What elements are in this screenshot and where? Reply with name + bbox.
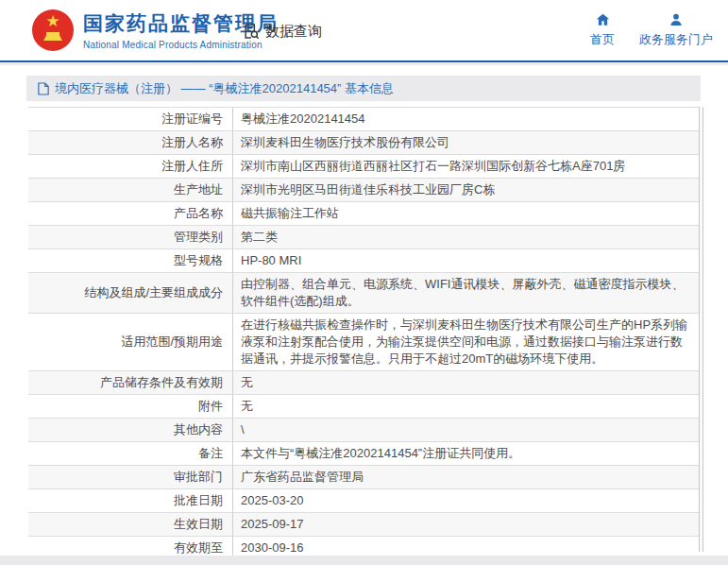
field-value: 广东省药品监督管理局 — [232, 466, 699, 488]
field-label: 批准日期 — [28, 489, 232, 512]
footer-strip — [0, 556, 728, 565]
field-label: 备注 — [28, 442, 232, 465]
table-row: 注册人住所 深圳市南山区西丽街道西丽社区打石一路深圳国际创新谷七栋A座701房 — [28, 155, 699, 179]
field-value: 磁共振输注工作站 — [232, 202, 699, 225]
national-emblem-logo: ★ — [32, 9, 74, 51]
field-label: 注册人住所 — [28, 155, 232, 178]
field-value: 2025-09-17 — [232, 513, 699, 536]
site-subtitle: National Medical Products Administration — [83, 40, 279, 50]
table-row: 其他内容 \ — [28, 419, 699, 442]
nav-item-service-portal[interactable]: 政务服务门户 — [639, 12, 713, 48]
field-value: 无 — [232, 395, 699, 418]
breadcrumb: 境内医疗器械（注册） —— “粤械注准20202141454” 基本信息 — [26, 76, 701, 101]
table-row: 注册人名称 深圳麦科田生物医疗技术股份有限公司 — [28, 131, 699, 155]
nav-item-label: 首页 — [590, 31, 615, 48]
registration-info-table: 注册证编号 粤械注准20202141454 注册人名称 深圳麦科田生物医疗技术股… — [28, 107, 699, 565]
table-row: 产品储存条件及有效期 无 — [28, 371, 699, 395]
field-value: HP-80 MRI — [232, 249, 699, 272]
field-value: 粤械注准20202141454 — [232, 108, 699, 130]
table-row: 结构及组成/主要组成成分 由控制器、组合单元、电源系统、WIFI通讯模块、屏蔽外… — [28, 273, 699, 314]
document-icon — [38, 82, 49, 95]
table-row: 生效日期 2025-09-17 — [28, 513, 699, 537]
scrollbar[interactable] — [699, 107, 703, 552]
site-header: ★ 国家药品监督管理局 National Medical Products Ad… — [0, 0, 728, 62]
nav-item-label: 政务服务门户 — [639, 31, 713, 48]
table-row: 型号规格 HP-80 MRI — [28, 249, 699, 273]
field-value: 深圳市光明区马田街道佳乐科技工业园厂房C栋 — [232, 179, 699, 201]
field-value: 无 — [232, 371, 699, 394]
field-label: 其他内容 — [28, 419, 232, 441]
field-value: 第二类 — [232, 226, 699, 248]
table-row: 管理类别 第二类 — [28, 226, 699, 249]
emblem-gate-icon — [43, 32, 62, 41]
field-label: 附件 — [28, 395, 232, 418]
table-row: 备注 本文件与“粤械注准20202141454”注册证共同使用。 — [28, 442, 699, 466]
field-value: 在进行核磁共振检查操作时，与深圳麦科田生物医疗技术有限公司生产的HP系列输液泵和… — [232, 314, 699, 370]
page-title: 境内医疗器械（注册） —— “粤械注准20202141454” 基本信息 — [55, 80, 394, 97]
data-query-label: 数据查询 — [265, 23, 322, 41]
home-icon — [595, 12, 611, 27]
field-value: \ — [232, 419, 699, 441]
field-label: 注册证编号 — [28, 108, 232, 130]
field-value: 深圳麦科田生物医疗技术股份有限公司 — [232, 131, 699, 154]
field-label: 注册人名称 — [28, 131, 232, 154]
field-label: 生产地址 — [28, 179, 232, 201]
table-row: 审批部门 广东省药品监督管理局 — [28, 466, 699, 489]
document-search-icon — [242, 22, 261, 41]
data-query-tab[interactable]: 数据查询 — [242, 22, 322, 41]
emblem-star-icon: ★ — [32, 13, 74, 29]
field-label: 适用范围/预期用途 — [28, 314, 232, 370]
user-icon — [669, 12, 684, 27]
field-label: 产品储存条件及有效期 — [28, 371, 232, 394]
field-label: 生效日期 — [28, 513, 232, 536]
field-value: 2025-03-20 — [232, 489, 699, 512]
field-label: 结构及组成/主要组成成分 — [28, 273, 232, 313]
table-row: 注册证编号 粤械注准20202141454 — [28, 108, 699, 131]
table-row: 适用范围/预期用途 在进行核磁共振检查操作时，与深圳麦科田生物医疗技术有限公司生… — [28, 314, 699, 371]
table-row: 产品名称 磁共振输注工作站 — [28, 202, 699, 226]
field-value: 由控制器、组合单元、电源系统、WIFI通讯模块、屏蔽外壳、磁通密度指示模块、软件… — [232, 273, 699, 313]
field-label: 型号规格 — [28, 249, 232, 272]
nav-item-home[interactable]: 首页 — [590, 12, 615, 48]
field-value: 本文件与“粤械注准20202141454”注册证共同使用。 — [232, 442, 699, 465]
field-label: 管理类别 — [28, 226, 232, 248]
field-value: 深圳市南山区西丽街道西丽社区打石一路深圳国际创新谷七栋A座701房 — [232, 155, 699, 178]
header-nav: 首页 政务服务门户 — [590, 12, 713, 48]
field-label: 产品名称 — [28, 202, 232, 225]
field-label: 审批部门 — [28, 466, 232, 488]
table-row: 批准日期 2025-03-20 — [28, 489, 699, 513]
table-row: 生产地址 深圳市光明区马田街道佳乐科技工业园厂房C栋 — [28, 179, 699, 202]
page: ★ 国家药品监督管理局 National Medical Products Ad… — [0, 0, 728, 565]
table-row: 附件 无 — [28, 395, 699, 419]
